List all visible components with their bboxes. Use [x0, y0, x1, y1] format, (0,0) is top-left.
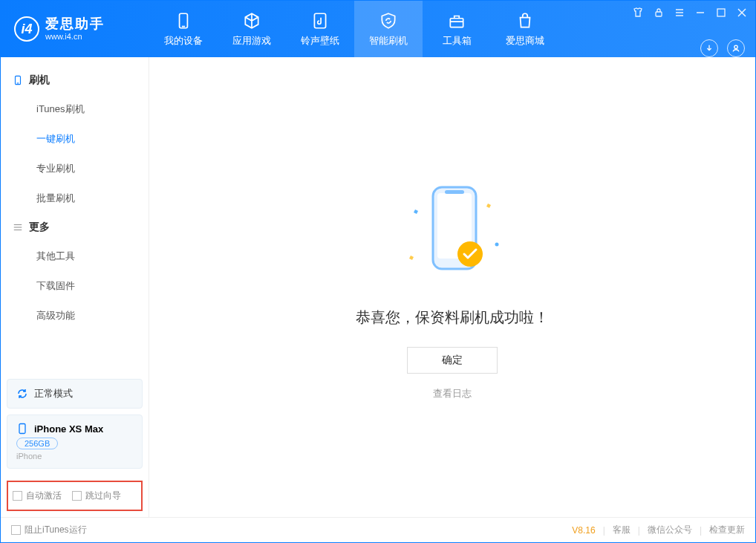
minimize-icon[interactable] — [694, 7, 706, 19]
person-icon — [731, 43, 741, 53]
app-header: i4 爱思助手 www.i4.cn 我的设备 应用游戏 铃声壁纸 智能刷机 工具… — [1, 1, 755, 57]
checkbox-auto-activate[interactable]: 自动激活 — [13, 490, 62, 502]
success-title: 恭喜您，保资料刷机成功啦！ — [356, 308, 549, 328]
svg-rect-18 — [19, 424, 25, 434]
sidebar: 刷机 iTunes刷机 一键刷机 专业刷机 批量刷机 更多 其他工具 下载固件 … — [1, 57, 149, 517]
checkbox-icon — [13, 491, 22, 501]
sidebar-item-oneclick-flash[interactable]: 一键刷机 — [1, 124, 149, 154]
svg-rect-3 — [450, 18, 463, 27]
nav-tab-mydevice[interactable]: 我的设备 — [149, 1, 218, 57]
toolbox-icon — [447, 11, 466, 30]
checkbox-label: 阻止iTunes运行 — [25, 524, 87, 536]
sidebar-item-batch-flash[interactable]: 批量刷机 — [1, 183, 149, 213]
main-content: 恭喜您，保资料刷机成功啦！ 确定 查看日志 — [149, 57, 755, 517]
check-update-link[interactable]: 检查更新 — [709, 524, 745, 536]
logo-icon: i4 — [14, 16, 39, 42]
nav-tab-ringtones[interactable]: 铃声壁纸 — [286, 1, 354, 57]
bag-icon — [515, 11, 535, 30]
device-type: iPhone — [16, 452, 133, 461]
ok-button[interactable]: 确定 — [407, 347, 498, 374]
cube-icon — [242, 11, 261, 30]
nav-label: 我的设备 — [164, 34, 203, 48]
svg-point-22 — [495, 243, 499, 247]
checkbox-icon — [72, 491, 82, 501]
sidebar-group-flash: 刷机 — [1, 66, 149, 94]
download-icon — [704, 43, 714, 53]
menu-icon[interactable] — [674, 7, 685, 19]
nav-label: 爱思商城 — [506, 34, 544, 48]
svg-marker-20 — [486, 204, 491, 208]
phone-icon — [13, 75, 23, 85]
svg-point-12 — [734, 45, 737, 48]
app-logo: i4 爱思助手 www.i4.cn — [1, 16, 149, 42]
nav-label: 工具箱 — [443, 34, 472, 48]
sidebar-item-download-fw[interactable]: 下载固件 — [1, 271, 149, 301]
wechat-link[interactable]: 微信公众号 — [648, 524, 692, 536]
refresh-shield-icon — [379, 11, 398, 30]
device-icon — [174, 11, 193, 30]
sync-icon — [16, 388, 28, 400]
phone-small-icon — [16, 423, 28, 435]
version-label: V8.16 — [572, 525, 595, 536]
list-icon — [13, 222, 23, 233]
account-button[interactable] — [727, 39, 745, 57]
sidebar-options-highlighted: 自动激活 跳过向导 — [7, 481, 143, 511]
svg-rect-4 — [656, 12, 662, 16]
device-mode-label: 正常模式 — [34, 387, 73, 400]
device-info-card[interactable]: iPhone XS Max 256GB iPhone — [7, 414, 143, 469]
checkbox-block-itunes[interactable]: 阻止iTunes运行 — [11, 524, 87, 536]
sidebar-group-title: 刷机 — [29, 74, 50, 87]
svg-rect-2 — [314, 13, 325, 28]
nav-label: 铃声壁纸 — [301, 34, 339, 48]
customer-service-link[interactable]: 客服 — [613, 524, 630, 536]
maximize-icon[interactable] — [715, 7, 727, 19]
music-file-icon — [310, 11, 330, 30]
device-name: iPhone XS Max — [34, 423, 103, 435]
download-button[interactable] — [700, 39, 718, 57]
nav-label: 应用游戏 — [232, 34, 271, 48]
tshirt-icon[interactable] — [632, 7, 644, 19]
sidebar-group-title: 更多 — [29, 221, 50, 234]
sidebar-item-itunes-flash[interactable]: iTunes刷机 — [1, 94, 149, 124]
lock-icon[interactable] — [653, 7, 665, 19]
device-capacity-badge: 256GB — [16, 438, 58, 449]
checkbox-label: 跳过向导 — [85, 490, 121, 502]
nav-tab-toolbox[interactable]: 工具箱 — [423, 1, 491, 57]
checkbox-icon — [11, 525, 21, 535]
sidebar-item-advanced[interactable]: 高级功能 — [1, 301, 149, 331]
success-illustration — [393, 174, 512, 293]
view-log-link[interactable]: 查看日志 — [433, 387, 472, 400]
svg-marker-21 — [409, 256, 414, 260]
checkbox-label: 自动激活 — [26, 490, 62, 502]
svg-marker-19 — [414, 209, 418, 214]
nav-tab-apps[interactable]: 应用游戏 — [218, 1, 286, 57]
device-mode-card[interactable]: 正常模式 — [7, 379, 143, 409]
sidebar-item-pro-flash[interactable]: 专业刷机 — [1, 154, 149, 183]
nav-tab-store[interactable]: 爱思商城 — [491, 1, 559, 57]
svg-rect-25 — [445, 190, 464, 194]
sidebar-item-other-tools[interactable]: 其他工具 — [1, 241, 149, 271]
nav-label: 智能刷机 — [369, 34, 408, 48]
app-url: www.i4.cn — [45, 32, 105, 41]
app-title: 爱思助手 — [45, 17, 105, 32]
svg-rect-9 — [717, 9, 725, 16]
close-icon[interactable] — [736, 7, 748, 19]
status-bar: 阻止iTunes运行 V8.16 | 客服 | 微信公众号 | 检查更新 — [1, 517, 755, 542]
window-controls — [632, 1, 755, 39]
nav-tab-flash[interactable]: 智能刷机 — [354, 1, 423, 57]
nav-tabs: 我的设备 应用游戏 铃声壁纸 智能刷机 工具箱 爱思商城 — [149, 1, 559, 57]
checkbox-skip-guide[interactable]: 跳过向导 — [72, 490, 121, 502]
sidebar-group-more: 更多 — [1, 213, 149, 241]
